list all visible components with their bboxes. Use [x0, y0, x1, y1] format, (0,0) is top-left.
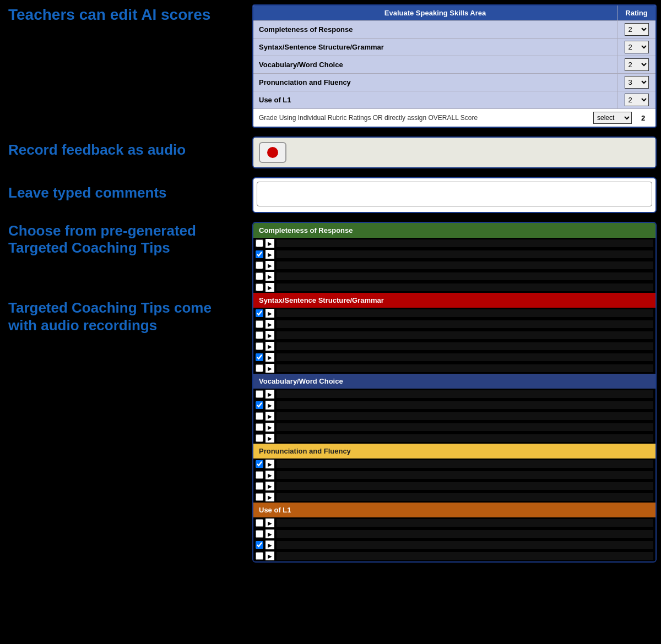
tip-checkbox-0-3[interactable]: [256, 272, 263, 280]
tip-checkbox-3-1[interactable]: [256, 471, 263, 479]
tip-play-btn-2-3[interactable]: ▶: [266, 423, 274, 432]
tip-play-btn-1-5[interactable]: ▶: [266, 364, 274, 373]
tip-row: ▶: [253, 249, 655, 260]
tip-play-btn-2-4[interactable]: ▶: [266, 434, 274, 443]
tip-play-btn-0-1[interactable]: ▶: [266, 250, 274, 259]
category-header-1: Syntax/Sentence Structure/Grammar: [253, 293, 655, 308]
record-dot-icon: [267, 147, 278, 158]
tip-checkbox-4-1[interactable]: [256, 530, 263, 538]
tip-play-btn-0-3[interactable]: ▶: [266, 272, 274, 281]
rating-select-4[interactable]: 1 2 3 4 5: [625, 94, 649, 106]
rating-select-2[interactable]: 1 2 3 4 5: [625, 58, 649, 71]
tip-play-btn-1-0[interactable]: ▶: [266, 309, 274, 318]
tip-play-btn-2-2[interactable]: ▶: [266, 412, 274, 421]
rating-select-3[interactable]: 1 2 3 4 5: [625, 76, 649, 89]
tip-play-btn-3-1[interactable]: ▶: [266, 471, 274, 479]
tip-checkbox-1-4[interactable]: [256, 353, 263, 361]
rubric-rating-3[interactable]: 1 2 3 4 5: [617, 74, 655, 91]
tip-text-2-3: [277, 423, 653, 431]
tip-text-2-1: [277, 401, 653, 409]
tip-play-btn-3-0[interactable]: ▶: [266, 460, 274, 468]
rubric-row: Vocabulary/Word Choice 1 2 3 4 5: [253, 56, 655, 73]
tip-play-btn-4-3[interactable]: ▶: [266, 552, 274, 560]
tip-checkbox-3-0[interactable]: [256, 460, 263, 468]
rubric-rating-2[interactable]: 1 2 3 4 5: [617, 56, 655, 73]
tip-row: ▶: [253, 238, 655, 249]
category-header-3: Pronunciation and Fluency: [253, 444, 655, 459]
tip-checkbox-0-1[interactable]: [256, 250, 263, 258]
tip-row: ▶: [253, 411, 655, 422]
tip-play-btn-4-1[interactable]: ▶: [266, 530, 274, 538]
tip-play-btn-2-1[interactable]: ▶: [266, 401, 274, 410]
rubric-table: Evaluate Speaking Skills Area Rating Com…: [252, 4, 657, 128]
tip-play-btn-3-2[interactable]: ▶: [266, 482, 274, 490]
tip-row: ▶: [253, 470, 655, 481]
rubric-rating-4[interactable]: 1 2 3 4 5: [617, 91, 655, 108]
tip-row: ▶: [253, 363, 655, 374]
rating-select-0[interactable]: 1 2 3 4 5: [625, 23, 649, 36]
tip-play-btn-0-0[interactable]: ▶: [266, 239, 274, 248]
tip-play-btn-1-2[interactable]: ▶: [266, 331, 274, 340]
tip-checkbox-2-4[interactable]: [256, 434, 263, 442]
tip-checkbox-4-0[interactable]: [256, 519, 263, 527]
tip-play-btn-1-3[interactable]: ▶: [266, 342, 274, 351]
tip-checkbox-3-2[interactable]: [256, 482, 263, 490]
tip-checkbox-2-1[interactable]: [256, 401, 263, 409]
tip-checkbox-1-0[interactable]: [256, 309, 263, 317]
tip-checkbox-3-3[interactable]: [256, 493, 263, 501]
tip-row: ▶: [253, 481, 655, 492]
rubric-skill-4: Use of L1: [253, 92, 617, 108]
tip-text-1-0: [277, 309, 653, 317]
tip-text-0-4: [277, 283, 653, 291]
tip-checkbox-0-4[interactable]: [256, 283, 263, 291]
tip-checkbox-1-5[interactable]: [256, 364, 263, 372]
teachers-edit-label: Teachers can edit AI scores: [8, 6, 210, 24]
tip-play-btn-4-2[interactable]: ▶: [266, 541, 274, 549]
tip-play-btn-1-4[interactable]: ▶: [266, 353, 274, 362]
tip-play-btn-4-0[interactable]: ▶: [266, 519, 274, 527]
rubric-rating-1[interactable]: 1 2 3 4 5: [617, 39, 655, 56]
rubric-header-skill: Evaluate Speaking Skills Area: [253, 6, 617, 20]
overall-score-value: 2: [636, 114, 650, 122]
tip-row: ▶: [253, 433, 655, 444]
tip-checkbox-1-3[interactable]: [256, 342, 263, 350]
tip-play-btn-0-2[interactable]: ▶: [266, 261, 274, 270]
comment-input[interactable]: [257, 182, 652, 206]
tip-checkbox-0-0[interactable]: [256, 239, 263, 247]
tip-text-2-2: [277, 412, 653, 420]
rubric-row: Syntax/Sentence Structure/Grammar 1 2 3 …: [253, 38, 655, 56]
tip-checkbox-4-3[interactable]: [256, 552, 263, 560]
tip-text-1-5: [277, 364, 653, 372]
rating-select-1[interactable]: 1 2 3 4 5: [625, 41, 649, 53]
tip-checkbox-4-2[interactable]: [256, 541, 263, 549]
tip-text-4-2: [277, 541, 653, 549]
record-button[interactable]: [259, 142, 286, 163]
tip-play-btn-3-3[interactable]: ▶: [266, 493, 274, 501]
choose-tips-label: Choose from pre-generated Targeted Coach…: [8, 222, 240, 256]
tip-play-btn-1-1[interactable]: ▶: [266, 320, 274, 329]
rubric-skill-1: Syntax/Sentence Structure/Grammar: [253, 39, 617, 55]
tip-text-3-1: [277, 471, 653, 479]
tip-play-btn-0-4[interactable]: ▶: [266, 283, 274, 292]
tip-text-0-1: [277, 250, 653, 258]
tip-row: ▶: [253, 528, 655, 539]
tip-checkbox-1-2[interactable]: [256, 331, 263, 339]
overall-select[interactable]: select 1 2 3 4: [593, 112, 632, 124]
tip-text-1-1: [277, 320, 653, 328]
tip-play-btn-2-0[interactable]: ▶: [266, 390, 274, 399]
tip-row: ▶: [253, 260, 655, 271]
tip-row: ▶: [253, 459, 655, 470]
tip-checkbox-0-2[interactable]: [256, 261, 263, 269]
tip-checkbox-2-2[interactable]: [256, 412, 263, 420]
tip-row: ▶: [253, 330, 655, 341]
tip-checkbox-2-3[interactable]: [256, 423, 263, 431]
tip-row: ▶: [253, 517, 655, 528]
tip-text-3-3: [277, 493, 653, 501]
category-header-2: Vocabulary/Word Choice: [253, 374, 655, 389]
rubric-rating-0[interactable]: 1 2 3 4 5: [617, 21, 655, 38]
tip-checkbox-1-1[interactable]: [256, 320, 263, 328]
tip-row: ▶: [253, 550, 655, 561]
tip-checkbox-2-0[interactable]: [256, 390, 263, 398]
rubric-header: Evaluate Speaking Skills Area Rating: [253, 6, 655, 20]
tip-row: ▶: [253, 400, 655, 411]
